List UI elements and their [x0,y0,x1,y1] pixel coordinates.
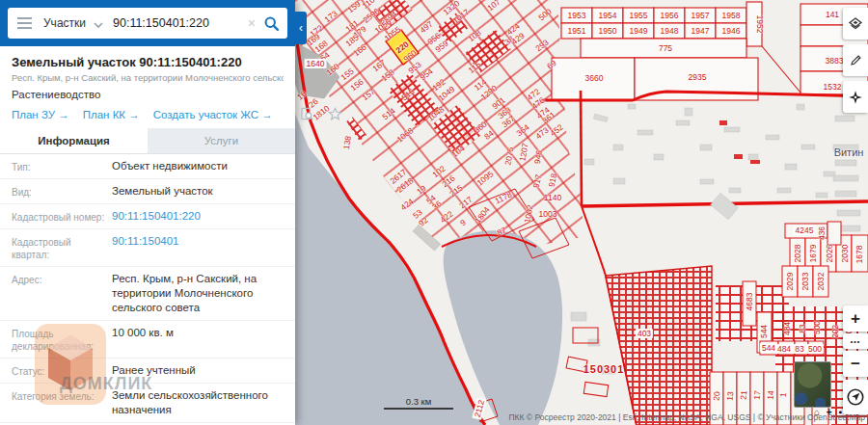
cadastral-map[interactable]: 1101591731721691811791681851661641601551… [295,0,868,425]
measure-button[interactable] [843,44,868,76]
info-rows: Тип:Объект недвижимостиВид:Земельный уча… [0,154,295,425]
field-value: Земли сельскохозяйственного назначения [112,388,284,417]
field-value: 10 000 кв. м [112,326,284,353]
crosshair-icon [848,90,863,105]
field-value[interactable]: 90:11:150401 [112,234,284,261]
map-attribution: ПКК © Росреестр 2020-2021 | Esri, Interm… [508,412,865,422]
parcel-address-subtitle: Респ. Крым, р-н Сакский, на территории М… [12,72,284,83]
action-links: План ЗУ →План КК →Создать участок ЖС → [12,107,284,121]
center-map-button[interactable] [843,81,868,113]
app-window: Участки × ‹ Земельный участок 90:11:1504… [0,0,868,425]
field-label: Тип: [12,159,112,173]
field-value[interactable]: 90:11:150401:220 [112,209,284,224]
collapse-panel-button[interactable]: ‹ [295,12,307,44]
info-row: Кадастровый квартал:90:11:150401 [0,229,295,267]
tab-Услуги[interactable]: Услуги [148,128,295,153]
clear-search-icon[interactable]: × [246,15,258,31]
search-header: Участки × [0,0,295,46]
info-row: Вид:Земельный участок [0,179,295,204]
favorite-button[interactable] [328,107,342,121]
scale-label: 0.3 км [384,396,453,407]
menu-icon[interactable] [15,15,34,31]
search-button[interactable] [263,15,280,32]
panel-tabs: ИнформацияУслуги [0,128,295,154]
doc-search-icon [300,107,314,121]
more-options-button[interactable]: ••• [843,333,868,349]
locate-me-button[interactable] [843,380,868,414]
field-label: Вид: [12,184,112,199]
chevron-down-icon[interactable] [94,15,103,33]
layers-button[interactable] [843,8,868,40]
search-category-select[interactable]: Участки [43,16,86,30]
basemap-switcher-thumbnail[interactable] [794,361,831,408]
star-icon [328,107,342,121]
search-bar: Участки × [8,8,287,39]
info-row: Кадастровый номер:90:11:150401:220 [0,204,295,229]
info-row: Площадь декларированная:10 000 кв. м [0,321,295,359]
field-label: Кадастровый номер: [12,209,112,224]
page-title: Земельный участок 90:11:150401:220 [12,55,284,69]
doc-search-button[interactable] [300,107,314,121]
field-label: Площадь декларированная: [12,326,112,353]
tab-Информация[interactable]: Информация [0,128,148,153]
field-label: Адрес: [12,272,112,315]
search-input[interactable] [111,15,240,31]
info-row: Категория земель:Земли сельскохозяйствен… [0,384,295,423]
field-value: Земельный участок [112,184,284,199]
parcel-usage: Растениеводство [12,89,284,100]
info-row: Тип:Объект недвижимости [0,154,295,179]
search-icon [263,15,280,32]
field-label: Статус: [12,363,112,378]
scale-bar: 0.3 км [384,396,453,410]
map-canvas [295,0,868,425]
info-row: Статус:Ранее учтенный [0,359,295,384]
pencil-icon [849,53,863,67]
zoom-out-button[interactable]: − [843,351,868,377]
info-row: Адрес:Респ. Крым, р-н Сакский, на террит… [0,267,295,321]
field-value: Респ. Крым, р-н Сакский, на территории М… [112,272,284,315]
locate-icon [846,387,865,407]
action-link-2[interactable]: Создать участок ЖС → [153,109,273,120]
parcel-info-panel: Участки × ‹ Земельный участок 90:11:1504… [0,0,295,425]
action-link-1[interactable]: План КК → [83,109,140,120]
zoom-in-button[interactable]: + [843,305,868,332]
field-value: Объект недвижимости [112,159,284,173]
field-label: Категория земель: [12,388,112,417]
field-label: Кадастровый квартал: [12,234,112,261]
layers-icon [848,16,863,32]
action-link-0[interactable]: План ЗУ → [12,109,69,120]
field-value: Ранее учтенный [112,363,284,378]
